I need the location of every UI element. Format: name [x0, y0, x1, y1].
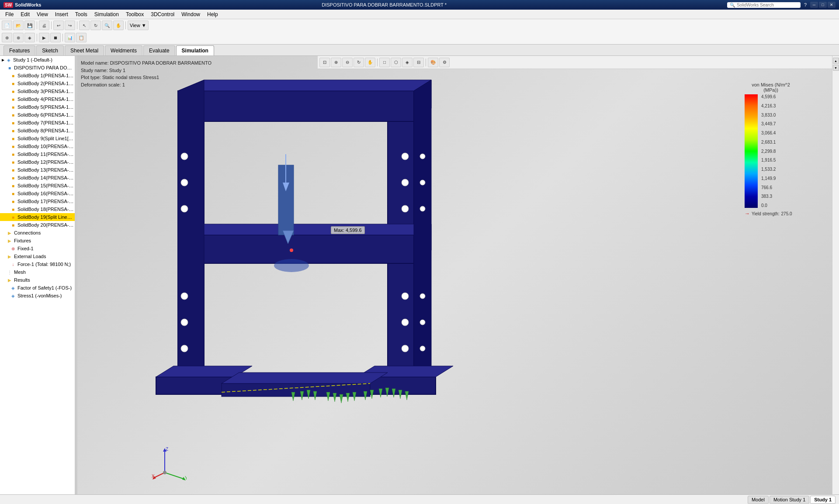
tree-item-5[interactable]: ■SolidBody 5(PRENSA-1-soli [0, 103, 75, 111]
tree-item-19[interactable]: ■SolidBody 19(Split Line1[2] [0, 213, 75, 221]
tab-sketch[interactable]: Sketch [36, 45, 64, 55]
svg-point-24 [402, 205, 409, 212]
window-title: DISPOSITIVO PARA DOBRAR BARRAMENTO.SLDPR… [41, 2, 727, 7]
tree-item-15[interactable]: ■SolidBody 15(PRENSA-1-so [0, 182, 75, 190]
tab-evaluate[interactable]: Evaluate [143, 45, 175, 55]
menu-item-toolbox[interactable]: Toolbox [122, 10, 147, 18]
print-button[interactable]: 🖨 [39, 21, 49, 30]
tree-item-9[interactable]: ■SolidBody 9(Split Line1[1] ( [0, 135, 75, 142]
study-name-row: Study name: Study 1 [81, 67, 211, 74]
tree-item-14[interactable]: ■SolidBody 14(PRENSA-1-so [0, 174, 75, 182]
tree-item-2[interactable]: ■SolidBody 2(PRENSA-1-soli [0, 79, 75, 87]
legend-labels: 4,599.64,216.33,833.03,449.73,066.42,683… [761, 94, 776, 208]
viewport[interactable]: Model name: DISPOSITIVO PARA DOBRAR BARR… [77, 56, 832, 494]
sim-tb-render[interactable]: 🎨 [428, 58, 438, 67]
tb2-btn6[interactable]: 📊 [65, 33, 75, 42]
sim-tb-zoom-out[interactable]: ⊖ [342, 58, 353, 67]
tree-item-7[interactable]: ■SolidBody 7(PRENSA-1-soli [0, 119, 75, 127]
tree-item-28[interactable]: ◈Factor of Safety1 (-FOS-) [0, 284, 75, 292]
tab-sheet-metal[interactable]: Sheet Metal [65, 45, 104, 55]
legend-label-9: 1,149.9 [761, 176, 776, 181]
tb2-btn3[interactable]: ◈ [24, 33, 35, 42]
menu-item-window[interactable]: Window [178, 10, 204, 18]
restore-button[interactable]: □ [819, 2, 827, 8]
tree-item-0[interactable]: ■DISPOSITIVO PARA DOBRAR B [0, 64, 75, 72]
tab-simulation[interactable]: Simulation [176, 45, 214, 55]
legend-label-4: 3,066.4 [761, 131, 776, 135]
separator-2 [51, 21, 52, 29]
sim-tb-view3[interactable]: ◈ [402, 58, 413, 67]
tree-icon-load-25: ↓ [10, 261, 17, 268]
sim-tb-settings[interactable]: ⚙ [439, 58, 450, 67]
menu-item-simulation[interactable]: Simulation [91, 10, 122, 18]
help-icon[interactable]: ? [804, 2, 807, 7]
tree-label-12: SolidBody 12(PRENSA-1-so [17, 159, 74, 165]
status-tab-motion-study-1[interactable]: Motion Study 1 [770, 496, 809, 504]
tree-item-22[interactable]: ▶Fixtures [0, 237, 75, 245]
tree-item-29[interactable]: ◈Stress1 (-vonMises-) [0, 292, 75, 300]
tree-item-21[interactable]: ▶Connections [0, 229, 75, 237]
sim-tb-zoom-fit[interactable]: ⊡ [319, 58, 330, 67]
search-input[interactable] [737, 3, 798, 7]
pan-button[interactable]: ✋ [113, 21, 124, 30]
status-tab-study-1[interactable]: Study 1 [810, 496, 836, 504]
menu-item-3dcontrol[interactable]: 3DControl [147, 10, 178, 18]
tree-item-23[interactable]: ⊕Fixed-1 [0, 245, 75, 252]
close-button[interactable]: ✕ [828, 2, 836, 8]
tree-item-6[interactable]: ■SolidBody 6(PRENSA-1-soli [0, 111, 75, 119]
search-bar[interactable]: 🔍 [727, 2, 801, 8]
sim-tb-view2[interactable]: ⬡ [391, 58, 401, 67]
redo-button[interactable]: ↪ [65, 21, 75, 30]
tree-item-8[interactable]: ■SolidBody 8(PRENSA-1-soli [0, 127, 75, 135]
tab-weldments[interactable]: Weldments [105, 45, 142, 55]
menu-item-file[interactable]: File [2, 10, 17, 18]
menu-item-tools[interactable]: Tools [72, 10, 91, 18]
tb2-btn5[interactable]: ⏹ [50, 33, 61, 42]
tree-item-11[interactable]: ■SolidBody 11(PRENSA-1-so [0, 150, 75, 158]
sim-tb-rotate[interactable]: ↻ [354, 58, 364, 67]
tree-item-18[interactable]: ■SolidBody 18(PRENSA-1-so [0, 205, 75, 213]
study-root[interactable]: ▶ ◈ Study 1 (-Default-) [0, 56, 75, 64]
tree-item-16[interactable]: ■SolidBody 16(PRENSA-1-so [0, 190, 75, 197]
select-button[interactable]: ↖ [79, 21, 90, 30]
tb2-btn1[interactable]: ⊕ [2, 33, 12, 42]
sim-tb-view1[interactable]: □ [379, 58, 390, 67]
rp-btn-1[interactable]: ▲ [833, 58, 839, 64]
tree-item-4[interactable]: ■SolidBody 4(PRENSA-1-soli [0, 95, 75, 103]
tree-item-10[interactable]: ■SolidBody 10(PRENSA-1-so [0, 142, 75, 150]
sim-tb-pan[interactable]: ✋ [365, 58, 375, 67]
tree-item-20[interactable]: ■SolidBody 20(PRENSA-1-so [0, 221, 75, 229]
tb2-btn4[interactable]: ▶ [39, 33, 49, 42]
menu-item-view[interactable]: View [33, 10, 52, 18]
svg-point-25 [402, 293, 409, 300]
undo-button[interactable]: ↩ [53, 21, 64, 30]
rotate-button[interactable]: ↻ [90, 21, 101, 30]
tb2-btn7[interactable]: 📋 [76, 33, 87, 42]
view-dropdown[interactable]: View ▼ [128, 21, 149, 30]
menu-item-edit[interactable]: Edit [17, 10, 33, 18]
sim-tb-section[interactable]: ⊟ [413, 58, 424, 67]
status-tab-model[interactable]: Model [748, 496, 769, 504]
tb2-btn2[interactable]: ⊗ [13, 33, 24, 42]
tree-item-12[interactable]: ■SolidBody 12(PRENSA-1-so [0, 158, 75, 166]
menu-item-insert[interactable]: Insert [52, 10, 72, 18]
open-button[interactable]: 📂 [13, 21, 24, 30]
tab-features[interactable]: Features [3, 45, 35, 55]
tree-item-25[interactable]: ↓Force-1 (Total: 98100 N;) [0, 260, 75, 268]
tree-item-26[interactable]: ⋮Mesh [0, 268, 75, 276]
tree-item-1[interactable]: ■SolidBody 1(PRENSA-1-soli [0, 72, 75, 79]
minimize-button[interactable]: ─ [810, 2, 818, 8]
zoom-button[interactable]: 🔍 [102, 21, 112, 30]
tree-item-24[interactable]: ▶External Loads [0, 252, 75, 260]
save-button[interactable]: 💾 [24, 21, 35, 30]
rp-btn-2[interactable]: ▼ [833, 65, 839, 71]
svg-point-33 [420, 346, 425, 351]
tree-item-13[interactable]: ■SolidBody 13(PRENSA-1-so [0, 166, 75, 174]
sim-tb-zoom-in[interactable]: ⊕ [331, 58, 341, 67]
menu-item-help[interactable]: Help [204, 10, 222, 18]
tree-icon-solid-19: ■ [10, 214, 17, 221]
tree-item-3[interactable]: ■SolidBody 3(PRENSA-1-soli [0, 87, 75, 95]
tree-item-27[interactable]: ▶Results [0, 276, 75, 284]
tree-item-17[interactable]: ■SolidBody 17(PRENSA-1-so [0, 197, 75, 205]
new-button[interactable]: 📄 [2, 21, 12, 30]
